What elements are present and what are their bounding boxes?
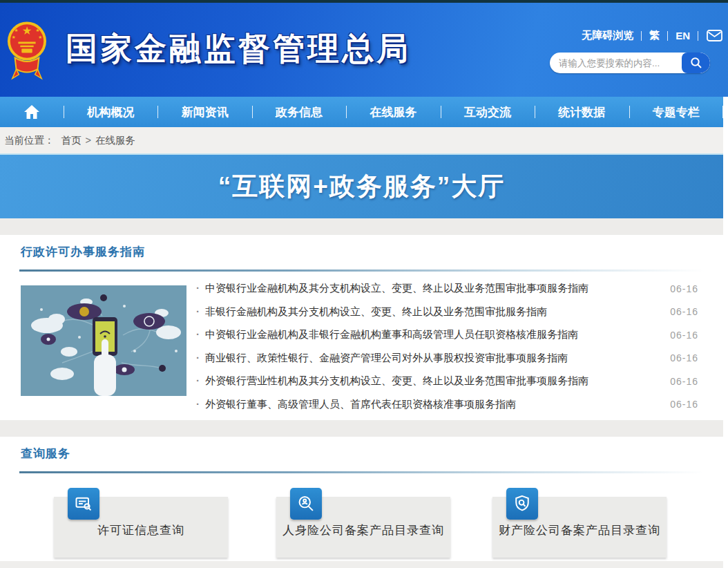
nav-item-online-service[interactable]: 在线服务 [346,97,440,127]
service-hall-banner: “互联网+政务服务”大厅 [0,153,723,218]
internet-services-illustration [21,285,186,396]
traditional-chinese-link[interactable]: 繁 [642,29,667,42]
guide-link[interactable]: 中资银行业金融机构及非银行金融机构董事和高级管理人员任职资格核准服务指南 [196,328,578,341]
guide-list-item: 外资银行董事、高级管理人员、首席代表任职资格核准事项服务指南 06-16 [196,393,698,417]
svg-text:★: ★ [22,24,32,37]
page-title: 国家金融监督管理总局 [66,28,411,70]
person-search-icon [290,488,322,520]
accessibility-link[interactable]: 无障碍浏览 [574,29,641,42]
guide-date: 06-16 [670,399,698,410]
license-search-icon [68,488,99,520]
nav-item-gov-info[interactable]: 政务信息 [252,97,346,127]
section-underline [19,471,704,473]
english-link[interactable]: EN [668,30,698,41]
guide-list-item: 中资银行业金融机构及其分支机构设立、变更、终止以及业务范围审批事项服务指南 06… [196,277,698,301]
card-label: 财产险公司备案产品目录查询 [499,517,660,538]
breadcrumb-separator: > [86,135,91,146]
nav-item-news[interactable]: 新闻资讯 [157,97,251,127]
guide-date: 06-16 [670,283,698,294]
guide-link[interactable]: 外资银行董事、高级管理人员、首席代表任职资格核准事项服务指南 [196,398,516,411]
search-input[interactable] [550,53,681,73]
banner-title: “互联网+政务服务”大厅 [218,169,506,204]
breadcrumb-label: 当前位置： [4,134,55,147]
guide-list: 中资银行业金融机构及其分支机构设立、变更、终止以及业务范围审批事项服务指南 06… [196,277,698,416]
nav-item-special-topics[interactable]: 专题专栏 [629,97,723,127]
main-nav: 机构概况 新闻资讯 政务信息 在线服务 互动交流 统计数据 专题专栏 [0,97,723,127]
guide-link[interactable]: 外资银行营业性机构及其分支机构设立、变更、终止以及业务范围审批事项服务指南 [196,375,588,388]
search-icon [690,57,702,69]
svg-text:★: ★ [35,28,39,32]
divider [698,31,698,41]
guide-link[interactable]: 非银行金融机构及其分支机构设立、变更、终止以及业务范围审批服务指南 [196,305,547,319]
divider-strip [0,420,723,437]
guide-link[interactable]: 商业银行、政策性银行、金融资产管理公司对外从事股权投资审批事项服务指南 [196,352,568,365]
guide-list-item: 商业银行、政策性银行、金融资产管理公司对外从事股权投资审批事项服务指南 06-1… [196,347,698,370]
site-header: ★ ★ ★ ★ ★ 国家金融监督管理总局 无障碍浏览 繁 EN [0,3,728,97]
guide-date: 06-16 [670,330,698,341]
guide-link[interactable]: 中资银行业金融机构及其分支机构设立、变更、终止以及业务范围审批事项服务指南 [196,282,588,295]
nav-home-button[interactable] [0,97,64,127]
svg-text:★: ★ [12,35,16,39]
top-links: 无障碍浏览 繁 EN [550,29,722,42]
mail-icon[interactable] [707,30,722,41]
guide-date: 06-16 [670,306,698,317]
breadcrumb-home-link[interactable]: 首页 [61,134,82,147]
section-underline [19,269,704,272]
guide-list-item: 中资银行业金融机构及非银行金融机构董事和高级管理人员任职资格核准服务指南 06-… [196,323,698,347]
nav-item-overview[interactable]: 机构概况 [64,97,157,127]
guide-date: 06-16 [670,352,698,363]
guide-list-item: 外资银行营业性机构及其分支机构设立、变更、终止以及业务范围审批事项服务指南 06… [196,370,698,393]
property-insurance-product-query-card[interactable]: 财产险公司备案产品目录查询 [492,497,667,558]
life-insurance-product-query-card[interactable]: 人身险公司备案产品目录查询 [276,497,450,558]
shield-search-icon [506,488,538,520]
nav-item-statistics[interactable]: 统计数据 [535,97,629,127]
breadcrumb-current: 在线服务 [95,134,135,147]
nav-item-interaction[interactable]: 互动交流 [441,97,535,127]
query-services-section: 查询服务 许可证信息查询 [0,437,723,561]
guide-section-title: 行政许可办事服务指南 [21,244,723,260]
svg-text:★: ★ [38,35,42,39]
home-icon [23,104,40,120]
query-section-title: 查询服务 [21,446,723,462]
query-cards: 许可证信息查询 人身险公司备案产品目录查询 [0,497,723,566]
footer-strip [0,561,723,568]
national-emblem-logo: ★ ★ ★ ★ ★ [7,19,47,83]
svg-text:★: ★ [15,28,19,32]
breadcrumb: 当前位置： 首页 > 在线服务 [0,127,723,153]
guide-date: 06-16 [670,376,698,387]
card-label: 许可证信息查询 [97,517,184,538]
search-button[interactable] [682,53,710,73]
card-label: 人身险公司备案产品目录查询 [282,517,444,538]
admin-license-guide-section: 行政许可办事服务指南 [0,235,723,420]
license-info-query-card[interactable]: 许可证信息查询 [54,497,228,558]
divider-strip [0,218,723,235]
header-right: 无障碍浏览 繁 EN [550,29,722,73]
guide-list-item: 非银行金融机构及其分支机构设立、变更、终止以及业务范围审批服务指南 06-16 [196,301,698,324]
guide-body: 中资银行业金融机构及其分支机构设立、变更、终止以及业务范围审批事项服务指南 06… [0,276,723,416]
page: ★ ★ ★ ★ ★ 国家金融监督管理总局 无障碍浏览 繁 EN [0,0,728,568]
search-box [550,53,710,73]
